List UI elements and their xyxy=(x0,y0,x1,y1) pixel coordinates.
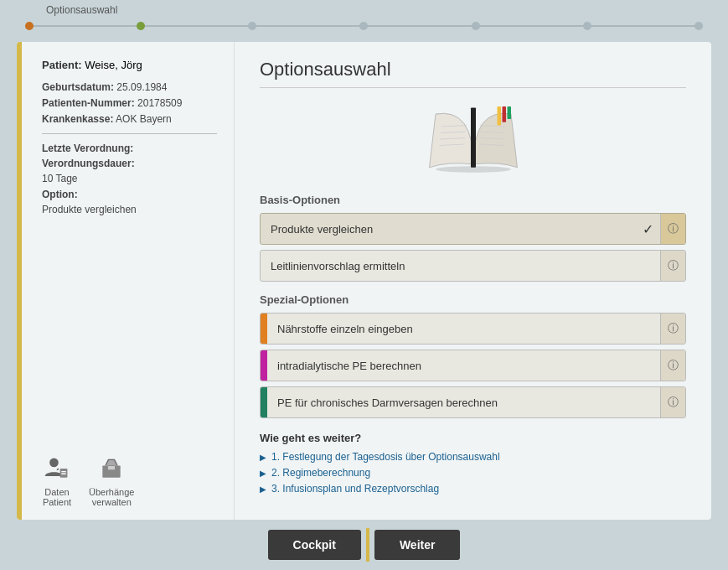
svg-rect-1 xyxy=(60,469,68,478)
option-row: Option: Produkte vergleichen xyxy=(42,189,217,215)
option-pe-chronisches[interactable]: PE für chronisches Darmversagen berechne… xyxy=(260,386,686,418)
progress-dot-6[interactable] xyxy=(583,22,591,30)
patient-label: Patient: xyxy=(42,59,82,71)
patienten-nummer-label: Patienten-Nummer: xyxy=(42,97,135,109)
color-bar-orange xyxy=(261,314,267,344)
box-icon xyxy=(96,453,126,484)
geburtsdatum-label: Geburtsdatum: xyxy=(42,81,114,93)
svg-rect-5 xyxy=(108,465,116,469)
color-bar-magenta xyxy=(261,350,267,381)
info-divider xyxy=(42,133,217,134)
arrow-icon-1: ▶ xyxy=(260,453,266,462)
svg-rect-18 xyxy=(507,106,511,119)
progress-track xyxy=(25,25,703,27)
book-icon-area xyxy=(260,101,686,180)
option-leitlinienvorschlag[interactable]: Leitlinienvorschlag ermitteln ⓘ xyxy=(260,250,686,282)
main-card: Patient: Weise, Jörg Geburtsdatum: 25.09… xyxy=(17,42,711,520)
right-panel: Optionsauswahl xyxy=(235,42,711,520)
option-pe-chronisches-text: PE für chronisches Darmversagen berechne… xyxy=(267,389,660,417)
info-icon-5[interactable]: ⓘ xyxy=(660,387,685,417)
person-edit-icon xyxy=(42,453,72,484)
cockpit-button[interactable]: Cockpit xyxy=(268,530,361,560)
krankenkasse-row: Krankenkasse: AOK Bayern xyxy=(42,113,217,125)
geburtsdatum-value: 25.09.1984 xyxy=(116,81,167,93)
wie-geht-item-3[interactable]: ▶ 3. Infusionsplan und Rezeptvorschlag xyxy=(260,483,686,495)
progress-label: Optionsauswahl xyxy=(46,4,117,16)
wie-geht-item-2[interactable]: ▶ 2. Regimeberechnung xyxy=(260,467,686,479)
svg-rect-16 xyxy=(497,106,501,126)
bottom-actions: DatenPatient Überhängeverwalten xyxy=(34,441,217,520)
verordnungsdauer-label: Verordnungsdauer: xyxy=(42,158,217,169)
section-divider xyxy=(260,87,686,88)
progress-dot-3[interactable] xyxy=(248,22,256,30)
svg-rect-17 xyxy=(502,106,506,122)
weiter-button[interactable]: Weiter xyxy=(374,530,461,560)
verordnungsdauer-row: Verordnungsdauer: 10 Tage xyxy=(42,158,217,184)
progress-area: Optionsauswahl xyxy=(0,0,728,42)
letzte-verordnung-label: Letzte Verordnung: xyxy=(42,142,217,154)
section-title: Optionsauswahl xyxy=(260,59,686,80)
patient-info: Patient: Weise, Jörg Geburtsdatum: 25.09… xyxy=(34,59,217,220)
letzte-section: Letzte Verordnung: Verordnungsdauer: 10 … xyxy=(42,142,217,215)
patient-name-row: Patient: Weise, Jörg xyxy=(42,59,217,71)
verordnungsdauer-value: 10 Tage xyxy=(42,173,78,184)
spezial-optionen-label: Spezial-Optionen xyxy=(260,293,686,306)
svg-point-19 xyxy=(436,166,511,173)
wie-geht-text-2: 2. Regimeberechnung xyxy=(271,467,370,479)
progress-dot-4[interactable] xyxy=(359,22,368,30)
wie-geht-text-1: 1. Festlegung der Tagesdosis über Option… xyxy=(271,451,500,463)
daten-patient-label: DatenPatient xyxy=(43,487,71,507)
color-bar-green xyxy=(261,387,267,417)
arrow-icon-2: ▶ xyxy=(260,469,266,478)
arrow-icon-3: ▶ xyxy=(260,484,266,494)
info-icon-4[interactable]: ⓘ xyxy=(660,350,685,381)
progress-dot-5[interactable] xyxy=(472,22,480,30)
option-value: Produkte vergleichen xyxy=(42,204,137,215)
uberhaenge-verwalten-button[interactable]: Überhängeverwalten xyxy=(89,453,134,507)
option-produkte-vergleichen[interactable]: Produkte vergleichen ✓ ⓘ xyxy=(260,213,686,245)
krankenkasse-value: AOK Bayern xyxy=(116,113,172,125)
geburtsdatum-row: Geburtsdatum: 25.09.1984 xyxy=(42,81,217,93)
progress-dot-1[interactable] xyxy=(25,22,34,30)
progress-dots xyxy=(25,22,703,30)
option-label: Option: xyxy=(42,189,217,200)
uberhaenge-verwalten-label: Überhängeverwalten xyxy=(89,487,134,507)
svg-point-0 xyxy=(49,459,59,468)
option-nahrstoffe[interactable]: Nährstoffe einzeln eingeben ⓘ xyxy=(260,313,686,345)
option-nahrstoffe-text: Nährstoffe einzeln eingeben xyxy=(267,315,660,343)
button-separator xyxy=(366,528,369,562)
check-icon: ✓ xyxy=(636,221,660,237)
info-icon-3[interactable]: ⓘ xyxy=(660,314,685,344)
progress-dot-7[interactable] xyxy=(694,22,703,30)
wie-geht-item-1[interactable]: ▶ 1. Festlegung der Tagesdosis über Opti… xyxy=(260,451,686,463)
patienten-nummer-row: Patienten-Nummer: 20178509 xyxy=(42,97,217,109)
left-panel: Patient: Weise, Jörg Geburtsdatum: 25.09… xyxy=(17,42,235,520)
patient-name-value: Weise, Jörg xyxy=(85,59,142,71)
option-produkte-vergleichen-text: Produkte vergleichen xyxy=(261,215,636,243)
info-icon-1[interactable]: ⓘ xyxy=(660,214,685,244)
svg-rect-7 xyxy=(471,108,476,168)
daten-patient-button[interactable]: DatenPatient xyxy=(42,453,72,507)
wie-geht-section: Wie geht es weiter? ▶ 1. Festlegung der … xyxy=(260,432,686,495)
option-leitlinienvorschlag-text: Leitlinienvorschlag ermitteln xyxy=(261,252,660,280)
progress-dot-2[interactable] xyxy=(137,22,145,30)
wie-geht-title: Wie geht es weiter? xyxy=(260,432,686,444)
option-intradialytische-text: intradialytische PE berechnen xyxy=(267,352,660,380)
krankenkasse-label: Krankenkasse: xyxy=(42,113,113,125)
wie-geht-text-3: 3. Infusionsplan und Rezeptvorschlag xyxy=(271,483,439,495)
option-intradialytische[interactable]: intradialytische PE berechnen ⓘ xyxy=(260,350,686,381)
basis-optionen-label: Basis-Optionen xyxy=(260,194,686,206)
info-icon-2[interactable]: ⓘ xyxy=(660,251,685,281)
bottom-bar: Cockpit Weiter xyxy=(0,520,728,570)
patienten-nummer-value: 20178509 xyxy=(137,97,182,109)
